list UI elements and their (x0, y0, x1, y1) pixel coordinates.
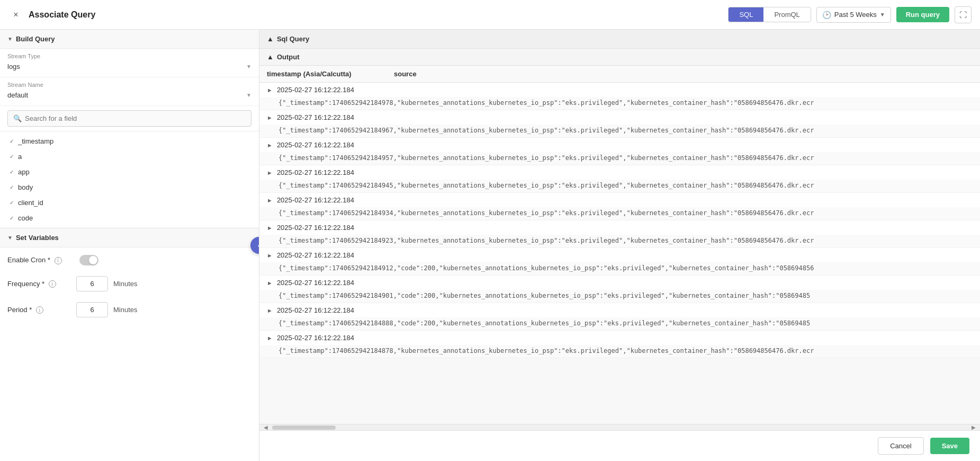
cancel-button[interactable]: Cancel (878, 437, 923, 455)
period-label: Period * i (7, 306, 71, 314)
horizontal-scrollbar[interactable]: ◀ ▶ (259, 424, 980, 430)
output-row-header[interactable]: ► 2025-02-27 16:12:22.184 (259, 165, 980, 180)
enable-cron-toggle[interactable] (79, 255, 98, 265)
save-button[interactable]: Save (930, 438, 969, 454)
table-row: ► 2025-02-27 16:12:22.184 {"_timestamp":… (259, 303, 980, 331)
query-type-toggle: SQL PromQL (728, 7, 811, 22)
stream-name-arrow-icon: ▼ (246, 92, 251, 98)
scroll-right-icon[interactable]: ▶ (969, 424, 978, 430)
row-json: {"_timestamp":1740652942184878,"kubernet… (259, 345, 980, 358)
table-row: ► 2025-02-27 16:12:22.184 {"_timestamp":… (259, 193, 980, 220)
stream-type-select[interactable]: logs ▼ (7, 60, 251, 73)
row-json: {"_timestamp":1740652942184978,"kubernet… (259, 97, 980, 110)
output-section: ▲ Output timestamp (Asia/Calcutta) sourc… (259, 49, 980, 430)
field-item[interactable]: ✓app (0, 164, 259, 180)
fullscreen-icon: ⛶ (959, 11, 967, 19)
expand-row-icon: ► (267, 335, 273, 341)
output-row-header[interactable]: ► 2025-02-27 16:12:22.184 (259, 138, 980, 152)
stream-name-value: default (7, 91, 28, 99)
expand-row-icon: ► (267, 170, 273, 176)
frequency-unit-label: Minutes (113, 280, 138, 288)
col-source-header: source (394, 70, 436, 78)
expand-row-icon: ► (267, 197, 273, 203)
enable-cron-info-icon[interactable]: i (55, 257, 62, 264)
output-header: ▲ Output (259, 49, 980, 66)
field-item[interactable]: ✓client_id (0, 195, 259, 210)
table-row: ► 2025-02-27 16:12:22.184 {"_timestamp":… (259, 276, 980, 303)
sql-tab[interactable]: SQL (729, 7, 763, 22)
search-field-container: 🔍 (0, 106, 259, 131)
row-json: {"_timestamp":1740652942184912,"code":20… (259, 262, 980, 275)
field-name: a (18, 153, 22, 161)
variables-content: Enable Cron * i Frequency * i (0, 247, 259, 325)
period-info-icon[interactable]: i (36, 306, 43, 314)
stream-name-select[interactable]: default ▼ (7, 89, 251, 101)
frequency-label: Frequency * i (7, 280, 71, 288)
table-row: ► 2025-02-27 16:12:22.184 {"_timestamp":… (259, 165, 980, 193)
field-item[interactable]: ✓_timestamp (0, 134, 259, 149)
fields-list: ✓_timestamp✓a✓app✓body✓client_id✓code (0, 131, 259, 228)
page-title: Associate Query (29, 10, 95, 20)
build-query-section: ▼ Build Query Stream Type logs ▼ Stream … (0, 30, 259, 228)
field-chevron-icon: ✓ (10, 169, 14, 175)
row-timestamp: 2025-02-27 16:12:22.184 (277, 113, 383, 121)
frequency-info-icon[interactable]: i (49, 280, 56, 288)
output-row-header[interactable]: ► 2025-02-27 16:12:22.184 (259, 276, 980, 290)
table-row: ► 2025-02-27 16:12:22.184 {"_timestamp":… (259, 331, 980, 358)
main-layout: ▼ Build Query Stream Type logs ▼ Stream … (0, 30, 980, 461)
close-button[interactable]: × (8, 7, 23, 22)
table-row: ► 2025-02-27 16:12:22.184 {"_timestamp":… (259, 110, 980, 138)
row-json: {"_timestamp":1740652942184945,"kubernet… (259, 180, 980, 192)
row-timestamp: 2025-02-27 16:12:22.184 (277, 86, 383, 94)
output-row-header[interactable]: ► 2025-02-27 16:12:22.184 (259, 220, 980, 235)
scroll-left-icon[interactable]: ◀ (262, 424, 270, 430)
expand-row-icon: ► (267, 280, 273, 286)
row-json: {"_timestamp":1740652942184957,"kubernet… (259, 152, 980, 165)
output-table-header: timestamp (Asia/Calcutta) source (259, 66, 980, 83)
frequency-input[interactable] (76, 276, 108, 291)
period-row: Period * i Minutes (7, 302, 251, 317)
enable-cron-label: Enable Cron * i (7, 256, 71, 264)
clock-icon: 🕑 (822, 11, 831, 19)
expand-row-icon: ► (267, 87, 273, 93)
output-row-header[interactable]: ► 2025-02-27 16:12:22.184 (259, 331, 980, 345)
row-json: {"_timestamp":1740652942184901,"code":20… (259, 290, 980, 303)
output-row-header[interactable]: ► 2025-02-27 16:12:22.184 (259, 193, 980, 207)
stream-name-label: Stream Name (7, 82, 251, 88)
row-timestamp: 2025-02-27 16:12:22.184 (277, 141, 383, 149)
top-bar-left: × Associate Query (8, 7, 95, 22)
field-chevron-icon: ✓ (10, 154, 14, 159)
expand-row-icon: ► (267, 142, 273, 148)
run-query-button[interactable]: Run query (896, 7, 949, 22)
build-query-label: Build Query (16, 35, 55, 43)
field-name: client_id (18, 199, 43, 207)
time-range-selector[interactable]: 🕑 Past 5 Weeks ▼ (816, 7, 891, 23)
period-unit-label: Minutes (113, 306, 138, 314)
field-item[interactable]: ✓body (0, 180, 259, 195)
fullscreen-button[interactable]: ⛶ (955, 6, 972, 23)
period-input[interactable] (76, 302, 108, 317)
row-timestamp: 2025-02-27 16:12:22.184 (277, 169, 383, 176)
search-input[interactable] (25, 114, 246, 122)
table-row: ► 2025-02-27 16:12:22.184 {"_timestamp":… (259, 83, 980, 110)
sql-query-chevron-icon: ▲ (267, 35, 274, 43)
field-item[interactable]: ✓a (0, 149, 259, 164)
stream-type-label: Stream Type (7, 53, 251, 59)
expand-row-icon: ► (267, 252, 273, 259)
enable-cron-row: Enable Cron * i (7, 255, 251, 265)
scroll-thumb[interactable] (272, 425, 336, 430)
output-row-header[interactable]: ► 2025-02-27 16:12:22.184 (259, 110, 980, 125)
field-item[interactable]: ✓code (0, 210, 259, 226)
output-row-header[interactable]: ► 2025-02-27 16:12:22.184 (259, 83, 980, 97)
stream-name-field: Stream Name default ▼ (0, 77, 259, 106)
promql-tab[interactable]: PromQL (763, 7, 810, 22)
expand-row-icon: ► (267, 307, 273, 314)
search-field-box[interactable]: 🔍 (7, 110, 251, 127)
table-row: ► 2025-02-27 16:12:22.184 {"_timestamp":… (259, 138, 980, 165)
time-range-label: Past 5 Weeks (834, 11, 877, 19)
row-timestamp: 2025-02-27 16:12:22.184 (277, 334, 383, 342)
output-row-header[interactable]: ► 2025-02-27 16:12:22.184 (259, 248, 980, 262)
row-timestamp: 2025-02-27 16:12:22.184 (277, 196, 383, 204)
chevron-down-icon: ▼ (880, 12, 885, 17)
output-row-header[interactable]: ► 2025-02-27 16:12:22.184 (259, 303, 980, 317)
